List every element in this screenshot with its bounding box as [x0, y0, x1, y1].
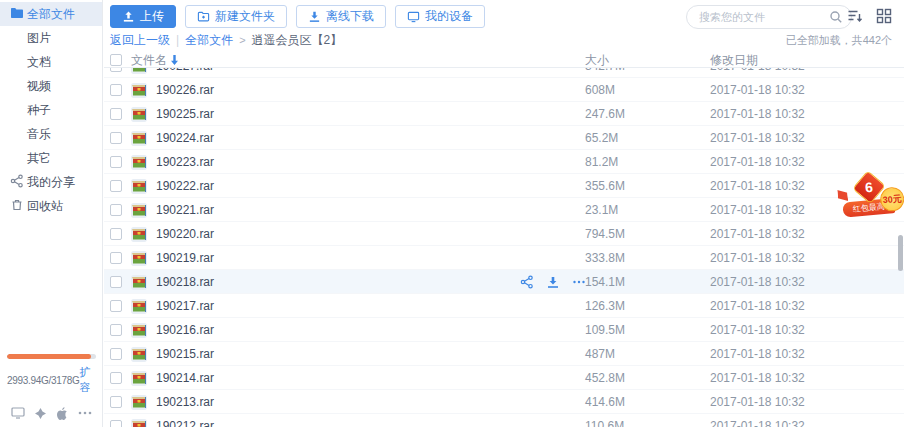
- row-checkbox[interactable]: [110, 348, 122, 360]
- select-all-checkbox[interactable]: [110, 54, 122, 66]
- download-action-icon[interactable]: [546, 275, 560, 289]
- file-name[interactable]: 190226.rar: [156, 83, 214, 97]
- file-size: 355.6M: [585, 179, 625, 193]
- app-window: 全部文件 图片: [0, 0, 904, 427]
- sidebar-item[interactable]: 回收站: [0, 194, 102, 218]
- sidebar-item-label: 回收站: [27, 199, 63, 213]
- share-action-icon[interactable]: [520, 275, 534, 289]
- row-checkbox[interactable]: [110, 180, 122, 192]
- rar-file-icon: [131, 323, 147, 338]
- row-checkbox[interactable]: [110, 420, 122, 427]
- row-checkbox[interactable]: [110, 204, 122, 216]
- sidebar-item[interactable]: 种子: [0, 98, 102, 122]
- row-checkbox[interactable]: [110, 300, 122, 312]
- table-row[interactable]: 190212.rar 110.6M: [104, 414, 904, 427]
- column-header-name[interactable]: 文件名: [131, 52, 167, 69]
- expand-storage-link[interactable]: 扩容: [80, 365, 96, 395]
- row-checkbox[interactable]: [110, 372, 122, 384]
- breadcrumb-back-link[interactable]: 返回上一级: [110, 32, 170, 49]
- file-modified-date: 2017-01-18 10:32: [710, 68, 805, 73]
- file-name[interactable]: 190220.rar: [156, 227, 214, 241]
- mobile-client-icon[interactable]: [32, 405, 48, 421]
- file-size: 109.5M: [585, 323, 625, 337]
- file-name[interactable]: 190219.rar: [156, 251, 214, 265]
- promo-badge[interactable]: 红包最高 6 30元: [838, 170, 904, 225]
- file-name[interactable]: 190215.rar: [156, 347, 214, 361]
- file-name[interactable]: 190224.rar: [156, 131, 214, 145]
- table-row[interactable]: 190226.rar 608M: [104, 78, 904, 102]
- table-row[interactable]: 190224.rar 65.2M: [104, 126, 904, 150]
- table-row[interactable]: 190213.rar 414.6M: [104, 390, 904, 414]
- file-name[interactable]: 190214.rar: [156, 371, 214, 385]
- file-size: 126.3M: [585, 299, 625, 313]
- table-row[interactable]: 190216.rar 109.5M: [104, 318, 904, 342]
- row-checkbox[interactable]: [110, 252, 122, 264]
- offline-download-button[interactable]: 离线下载: [296, 5, 386, 28]
- table-row[interactable]: 190227.rar 342.7M: [104, 68, 904, 78]
- table-row[interactable]: 190218.rar 154.1M: [104, 270, 904, 294]
- file-name[interactable]: 190222.rar: [156, 179, 214, 193]
- sidebar-item-icon: [10, 78, 24, 92]
- file-name[interactable]: 190212.rar: [156, 419, 214, 427]
- file-name[interactable]: 190213.rar: [156, 395, 214, 409]
- table-row[interactable]: 190219.rar 333.8M: [104, 246, 904, 270]
- new-folder-button[interactable]: 新建文件夹: [185, 5, 287, 28]
- row-checkbox[interactable]: [110, 228, 122, 240]
- sidebar-item-icon: [10, 126, 24, 140]
- file-name[interactable]: 190221.rar: [156, 203, 214, 217]
- my-devices-button[interactable]: 我的设备: [395, 5, 485, 28]
- search-input[interactable]: [686, 5, 852, 29]
- row-checkbox[interactable]: [110, 156, 122, 168]
- table-row[interactable]: 190222.rar 355.6M: [104, 174, 904, 198]
- sidebar-item[interactable]: 我的分享: [0, 170, 102, 194]
- trash-icon: [10, 198, 24, 212]
- upload-button[interactable]: 上传: [110, 5, 176, 28]
- table-row[interactable]: 190221.rar 23.1M: [104, 198, 904, 222]
- sidebar-item[interactable]: 图片: [0, 26, 102, 50]
- table-row[interactable]: 190215.rar 487M: [104, 342, 904, 366]
- sidebar-item[interactable]: 音乐: [0, 122, 102, 146]
- column-header-size[interactable]: 大小: [585, 52, 609, 69]
- row-checkbox[interactable]: [110, 276, 122, 288]
- file-size: 23.1M: [585, 203, 618, 217]
- breadcrumb-root-link[interactable]: 全部文件: [185, 32, 233, 49]
- file-modified-date: 2017-01-18 10:32: [710, 227, 805, 241]
- sort-list-icon[interactable]: [847, 8, 863, 24]
- file-modified-date: 2017-01-18 10:32: [710, 155, 805, 169]
- table-row[interactable]: 190217.rar 126.3M: [104, 294, 904, 318]
- apple-client-icon[interactable]: [55, 405, 71, 421]
- row-checkbox[interactable]: [110, 324, 122, 336]
- table-row[interactable]: 190220.rar 794.5M: [104, 222, 904, 246]
- sidebar-item[interactable]: 全部文件: [0, 2, 102, 26]
- file-name[interactable]: 190225.rar: [156, 107, 214, 121]
- sidebar-item-label: 其它: [27, 151, 51, 165]
- rar-file-icon: [131, 251, 147, 266]
- row-checkbox[interactable]: [110, 68, 122, 72]
- vertical-scrollbar-thumb[interactable]: [898, 235, 903, 271]
- breadcrumb-current-folder: 逍遥会员区【2】: [252, 32, 343, 49]
- sort-desc-icon[interactable]: [170, 55, 179, 65]
- file-modified-date: 2017-01-18 10:32: [710, 299, 805, 313]
- grid-view-icon[interactable]: [876, 8, 892, 24]
- file-name[interactable]: 190217.rar: [156, 299, 214, 313]
- table-row[interactable]: 190214.rar 452.8M: [104, 366, 904, 390]
- row-checkbox[interactable]: [110, 108, 122, 120]
- more-clients-icon[interactable]: [77, 405, 93, 421]
- more-actions-icon[interactable]: [572, 275, 586, 289]
- file-name[interactable]: 190218.rar: [156, 275, 214, 289]
- search-icon[interactable]: [829, 10, 843, 24]
- row-checkbox[interactable]: [110, 84, 122, 96]
- table-row[interactable]: 190223.rar 81.2M: [104, 150, 904, 174]
- row-checkbox[interactable]: [110, 396, 122, 408]
- sidebar-item[interactable]: 其它: [0, 146, 102, 170]
- new-folder-icon: [197, 10, 210, 23]
- file-name[interactable]: 190227.rar: [156, 68, 214, 73]
- file-name[interactable]: 190223.rar: [156, 155, 214, 169]
- file-name[interactable]: 190216.rar: [156, 323, 214, 337]
- table-row[interactable]: 190225.rar 247.6M: [104, 102, 904, 126]
- sidebar-item[interactable]: 文档: [0, 50, 102, 74]
- desktop-client-icon[interactable]: [10, 405, 26, 421]
- column-header-modified[interactable]: 修改日期: [710, 52, 758, 69]
- sidebar-item[interactable]: 视频: [0, 74, 102, 98]
- row-checkbox[interactable]: [110, 132, 122, 144]
